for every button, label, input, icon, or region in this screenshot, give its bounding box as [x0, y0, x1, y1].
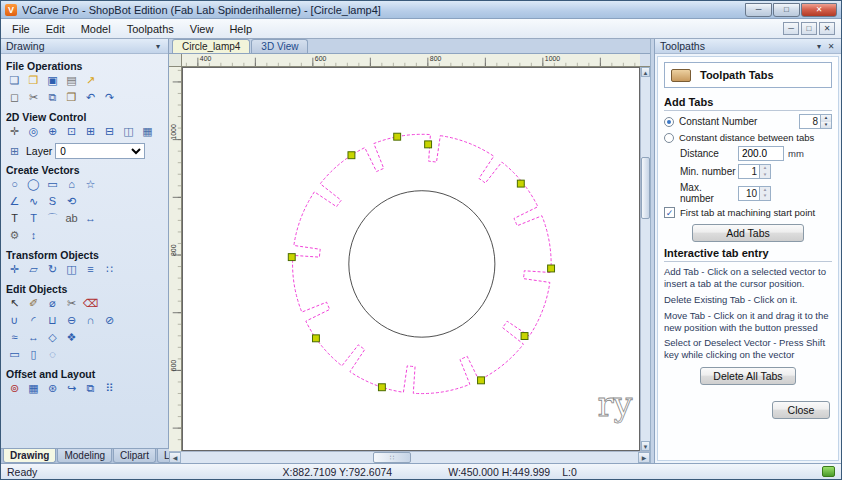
- fillet-icon[interactable]: ◜: [25, 313, 42, 328]
- node-edit-icon[interactable]: ✐: [25, 296, 42, 311]
- drawing-canvas[interactable]: ry: [183, 68, 639, 450]
- scroll-down-icon[interactable]: ▼: [641, 441, 650, 451]
- text-box-icon[interactable]: T: [25, 211, 42, 226]
- toolpath-tab-marker[interactable]: [425, 141, 432, 148]
- close-button[interactable]: ✕: [801, 3, 837, 17]
- scroll-right-icon[interactable]: ▶: [638, 452, 650, 463]
- horizontal-scroll-track[interactable]: ∷: [181, 452, 638, 463]
- print-icon[interactable]: ▤: [63, 73, 80, 88]
- delete-all-tabs-button[interactable]: Delete All Tabs: [700, 367, 795, 385]
- vertical-scroll-track[interactable]: [641, 77, 650, 441]
- group-icon[interactable]: ▭: [6, 347, 23, 362]
- chevron-down-icon[interactable]: ▾: [153, 42, 163, 51]
- scroll-left-icon[interactable]: ◀: [169, 452, 181, 463]
- boolean-icon[interactable]: ⊘: [101, 313, 118, 328]
- layout-grid-icon[interactable]: ⠿: [101, 381, 118, 396]
- new-file-icon[interactable]: ❏: [6, 73, 23, 88]
- horizontal-scrollbar[interactable]: ◀ ∷ ▶: [169, 451, 650, 463]
- maximize-button[interactable]: □: [773, 3, 800, 17]
- toolpath-tab-marker[interactable]: [521, 333, 528, 340]
- subtract-icon[interactable]: ⊖: [63, 313, 80, 328]
- draw-smooth-curve-icon[interactable]: S: [44, 194, 61, 209]
- draw-circle-icon[interactable]: ○: [6, 177, 23, 192]
- toolpath-tab-marker[interactable]: [517, 180, 524, 187]
- select-tool-icon[interactable]: ↖: [6, 296, 23, 311]
- zoom-in-icon[interactable]: ⊕: [44, 124, 61, 139]
- import-icon[interactable]: ↗: [82, 73, 99, 88]
- grid-view-icon[interactable]: ▦: [139, 124, 156, 139]
- toolpath-tab-marker[interactable]: [478, 377, 485, 384]
- scroll-up-icon[interactable]: ▲: [641, 67, 650, 77]
- menu-edit[interactable]: Edit: [38, 20, 73, 38]
- cut-icon[interactable]: ✂: [25, 90, 42, 105]
- panel-close-icon[interactable]: ✕: [826, 42, 836, 51]
- zoom-selected-icon[interactable]: ⊟: [101, 124, 118, 139]
- menu-file[interactable]: File: [4, 20, 38, 38]
- left-tab-modeling[interactable]: Modeling: [57, 449, 112, 463]
- move-icon[interactable]: ✛: [6, 262, 23, 277]
- zoom-window-icon[interactable]: ⊡: [63, 124, 80, 139]
- chevron-down-icon[interactable]: ▾: [814, 42, 824, 51]
- inner-circle-vector[interactable]: [349, 191, 495, 337]
- set-size-icon[interactable]: ▱: [25, 262, 42, 277]
- paste-icon[interactable]: ❐: [63, 90, 80, 105]
- mirror-icon[interactable]: ◫: [63, 262, 80, 277]
- open-file-icon[interactable]: ❐: [25, 73, 42, 88]
- spinner-down-icon[interactable]: ▼: [760, 193, 770, 200]
- spinner-down-icon[interactable]: ▼: [821, 122, 831, 129]
- toolpath-tab-marker[interactable]: [312, 335, 319, 342]
- constant-number-spinner[interactable]: 8 ▲▼: [799, 114, 832, 129]
- text-spacing-icon[interactable]: ab: [63, 211, 80, 226]
- zoom-icon[interactable]: ◎: [25, 124, 42, 139]
- extend-icon[interactable]: ↔: [25, 330, 42, 345]
- toolpath-tab-marker[interactable]: [548, 265, 555, 272]
- max-number-spinner[interactable]: 10 ▲▼: [738, 186, 771, 201]
- draw-polygon-icon[interactable]: ⌂: [63, 177, 80, 192]
- draw-ellipse-icon[interactable]: ◯: [25, 177, 42, 192]
- join-vectors-icon[interactable]: ∪: [6, 313, 23, 328]
- distribute-icon[interactable]: ∷: [101, 262, 118, 277]
- toolpath-tab-marker[interactable]: [378, 384, 385, 391]
- vertical-scrollbar[interactable]: ▲ ▼: [640, 67, 650, 451]
- draw-spiral-icon[interactable]: ⟲: [63, 194, 80, 209]
- constant-distance-radio[interactable]: [664, 133, 674, 143]
- split-view-icon[interactable]: ◫: [120, 124, 137, 139]
- pan-icon[interactable]: ✛: [6, 124, 23, 139]
- selection-box-icon[interactable]: ◻: [6, 90, 23, 105]
- add-tabs-button[interactable]: Add Tabs: [692, 224, 804, 242]
- left-tab-clipart[interactable]: Clipart: [113, 449, 156, 463]
- copy-icon[interactable]: ⧉: [44, 90, 61, 105]
- close-panel-button[interactable]: Close: [772, 401, 830, 419]
- draw-curve-icon[interactable]: ∿: [25, 194, 42, 209]
- layer-select[interactable]: 0: [55, 143, 145, 159]
- draw-gear-icon[interactable]: ⚙: [6, 228, 23, 243]
- distance-input[interactable]: [738, 146, 784, 161]
- redo-icon[interactable]: ↷: [101, 90, 118, 105]
- array-copy-icon[interactable]: ▦: [25, 381, 42, 396]
- circular-array-icon[interactable]: ⊛: [44, 381, 61, 396]
- spinner-down-icon[interactable]: ▼: [760, 172, 770, 179]
- offset-node-icon[interactable]: ◇: [44, 330, 61, 345]
- min-number-spinner[interactable]: 1 ▲▼: [738, 164, 771, 179]
- first-tab-checkbox[interactable]: ✓: [664, 207, 675, 218]
- mdi-minimize-button[interactable]: ─: [783, 22, 799, 35]
- measure-tool-icon[interactable]: ⌀: [44, 296, 61, 311]
- offset-vectors-icon[interactable]: ⊚: [6, 381, 23, 396]
- toolpath-tab-marker[interactable]: [288, 254, 295, 261]
- zoom-extents-icon[interactable]: ⊞: [82, 124, 99, 139]
- toolpath-tab-marker[interactable]: [348, 152, 355, 159]
- mdi-restore-button[interactable]: □: [801, 22, 817, 35]
- move-to-position-icon[interactable]: ↪: [63, 381, 80, 396]
- rotate-icon[interactable]: ↻: [44, 262, 61, 277]
- dotted-circle-icon[interactable]: ◌: [44, 347, 61, 362]
- menu-toolpaths[interactable]: Toolpaths: [119, 20, 182, 38]
- doc-tab-circle_lamp4[interactable]: Circle_lamp4: [172, 39, 250, 53]
- measure-dimension-icon[interactable]: ↕: [25, 228, 42, 243]
- menu-model[interactable]: Model: [73, 20, 119, 38]
- left-tab-drawing[interactable]: Drawing: [3, 449, 56, 463]
- lamp-outline-vector[interactable]: [293, 134, 552, 393]
- undo-icon[interactable]: ↶: [82, 90, 99, 105]
- doc-tab-3d-view[interactable]: 3D View: [251, 39, 308, 53]
- align-icon[interactable]: ≡: [82, 262, 99, 277]
- draw-text-icon[interactable]: T: [6, 211, 23, 226]
